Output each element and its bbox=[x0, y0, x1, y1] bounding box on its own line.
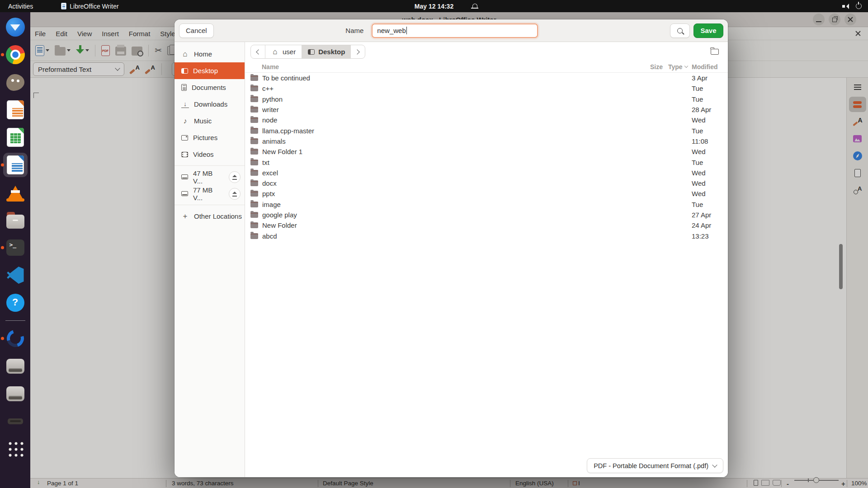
dock-item[interactable] bbox=[5, 383, 26, 404]
sidebar-place-item[interactable]: Videos bbox=[175, 146, 245, 163]
home-icon bbox=[271, 48, 279, 56]
sidebar-place-label: Other Locations bbox=[194, 212, 242, 220]
save-button[interactable]: Save bbox=[693, 23, 723, 38]
eject-button[interactable] bbox=[229, 171, 241, 183]
column-header-modified[interactable]: Modified bbox=[692, 63, 723, 70]
dock-item[interactable] bbox=[5, 99, 26, 121]
column-header-type[interactable]: Type bbox=[663, 63, 692, 70]
power-icon[interactable] bbox=[856, 3, 862, 9]
usb-drive-icon bbox=[6, 359, 24, 374]
dock-item[interactable] bbox=[5, 71, 26, 93]
dock-item[interactable] bbox=[5, 182, 26, 203]
dock bbox=[0, 12, 30, 488]
folder-icon bbox=[250, 202, 258, 207]
sidebar-place-item[interactable]: Home bbox=[175, 46, 245, 62]
search-icon bbox=[677, 28, 683, 33]
dock-item[interactable] bbox=[5, 237, 26, 258]
file-row[interactable]: image Tue bbox=[245, 199, 728, 210]
folder-icon bbox=[250, 85, 258, 91]
search-button[interactable] bbox=[670, 23, 690, 38]
file-row[interactable]: writer 28 Apr bbox=[245, 104, 728, 115]
file-row[interactable]: llama.cpp-master Tue bbox=[245, 125, 728, 136]
hdrive-icon bbox=[181, 191, 188, 196]
sidebar-place-item[interactable]: Other Locations bbox=[175, 208, 245, 225]
usb-drive-icon bbox=[6, 386, 24, 401]
clock[interactable]: May 12 14:32 bbox=[0, 3, 868, 10]
dock-item[interactable] bbox=[5, 16, 26, 38]
file-name: writer bbox=[262, 106, 692, 113]
file-format-dropdown[interactable]: PDF - Portable Document Format (.pdf) bbox=[587, 458, 723, 473]
libreoffice-writer-icon bbox=[7, 155, 24, 174]
file-row[interactable]: excel Wed bbox=[245, 168, 728, 178]
path-forward-button[interactable] bbox=[351, 45, 365, 58]
dock-item[interactable] bbox=[5, 292, 26, 314]
file-modified: Tue bbox=[692, 201, 723, 208]
sidebar-place-item[interactable]: 77 MB V... bbox=[175, 185, 245, 202]
dock-item[interactable] bbox=[5, 328, 26, 349]
file-modified: Tue bbox=[692, 127, 723, 135]
folder-icon bbox=[250, 160, 258, 165]
dock-item[interactable] bbox=[5, 127, 26, 148]
dock-item[interactable] bbox=[5, 264, 26, 286]
column-header-name[interactable]: Name bbox=[250, 63, 637, 70]
file-row[interactable]: python Tue bbox=[245, 94, 728, 104]
text-caret bbox=[406, 27, 407, 34]
dock-item[interactable] bbox=[5, 355, 26, 377]
file-row[interactable]: c++ Tue bbox=[245, 83, 728, 94]
file-modified: Wed bbox=[692, 148, 723, 155]
file-row[interactable]: docx Wed bbox=[245, 178, 728, 188]
hdrive-icon bbox=[181, 174, 188, 179]
file-modified: 13:23 bbox=[692, 232, 723, 240]
breadcrumb-segment[interactable]: user bbox=[265, 45, 302, 58]
folder-icon bbox=[250, 96, 258, 102]
sidebar-place-item[interactable]: Downloads bbox=[175, 96, 245, 113]
dock-item[interactable] bbox=[5, 154, 26, 176]
libreoffice-impress-icon bbox=[7, 100, 24, 119]
file-row[interactable]: google play 27 Apr bbox=[245, 210, 728, 220]
new-folder-icon bbox=[711, 49, 719, 55]
folder-icon bbox=[250, 180, 258, 186]
sidebar-place-label: Documents bbox=[192, 84, 226, 91]
file-row[interactable]: New Folder 1 Wed bbox=[245, 146, 728, 157]
speaker-icon[interactable] bbox=[842, 4, 849, 9]
breadcrumb-label: Desktop bbox=[318, 48, 345, 56]
dock-item[interactable] bbox=[5, 44, 26, 66]
sidebar-place-label: 77 MB V... bbox=[193, 186, 224, 202]
path-back-button[interactable] bbox=[251, 45, 265, 58]
sidebar-place-label: Videos bbox=[193, 150, 214, 158]
breadcrumb-segment[interactable]: Desktop bbox=[302, 45, 351, 58]
file-row[interactable]: animals 11:08 bbox=[245, 136, 728, 146]
save-file-dialog: Cancel Name new_web Save Home bbox=[175, 19, 728, 477]
sidebar-place-item[interactable]: Music bbox=[175, 113, 245, 129]
new-folder-button[interactable] bbox=[707, 45, 722, 59]
terminal-icon bbox=[6, 239, 24, 256]
file-modified: Tue bbox=[692, 159, 723, 166]
eject-button[interactable] bbox=[229, 188, 241, 200]
filename-input[interactable]: new_web bbox=[372, 23, 538, 38]
column-header-size[interactable]: Size bbox=[637, 63, 663, 70]
sidebar-place-item[interactable]: Desktop bbox=[175, 62, 245, 79]
sidebar-place-item[interactable]: 47 MB V... bbox=[175, 169, 245, 185]
sidebar-divider bbox=[175, 205, 245, 205]
dock-item[interactable] bbox=[5, 410, 26, 432]
file-modified: 27 Apr bbox=[692, 211, 723, 219]
sidebar-place-item[interactable]: Documents bbox=[175, 79, 245, 96]
file-row[interactable]: abcd 13:23 bbox=[245, 230, 728, 241]
file-row[interactable]: To be continued 3 Apr bbox=[245, 73, 728, 83]
file-name: python bbox=[262, 95, 692, 103]
cancel-button[interactable]: Cancel bbox=[179, 23, 214, 38]
folder-icon bbox=[250, 117, 258, 123]
dock-item[interactable] bbox=[5, 209, 26, 231]
dock-divider bbox=[5, 320, 25, 321]
chrome-icon bbox=[6, 45, 25, 64]
filename-value: new_web bbox=[377, 27, 406, 34]
sidebar-place-item[interactable]: Pictures bbox=[175, 129, 245, 146]
file-row[interactable]: txt Tue bbox=[245, 157, 728, 167]
bell-icon bbox=[472, 4, 477, 8]
chevron-right-icon bbox=[355, 49, 360, 54]
file-row[interactable]: pptx Wed bbox=[245, 188, 728, 199]
file-row[interactable]: node Wed bbox=[245, 115, 728, 125]
file-row[interactable]: New Folder 24 Apr bbox=[245, 220, 728, 230]
file-modified: Wed bbox=[692, 179, 723, 187]
dock-item[interactable] bbox=[5, 438, 26, 460]
